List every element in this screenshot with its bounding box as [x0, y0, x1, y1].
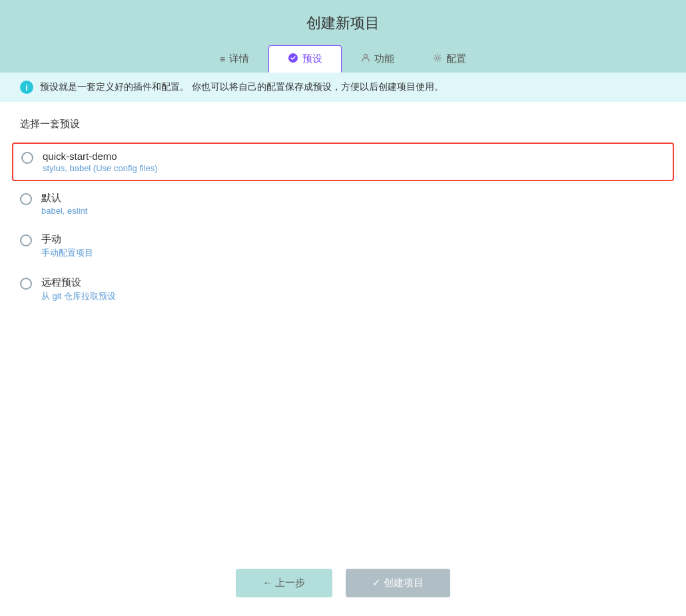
prev-button-label: ← 上一步	[262, 577, 305, 589]
create-button[interactable]: ✓ 创建项目	[346, 569, 450, 597]
section-label: 选择一套预设	[20, 118, 666, 131]
option-texts-default: 默认 babel, eslint	[41, 192, 87, 216]
preset-option-quick-start[interactable]: quick-start-demo stylus, babel (Use conf…	[12, 143, 674, 181]
info-icon: i	[20, 81, 33, 94]
prev-button[interactable]: ← 上一步	[236, 569, 332, 597]
radio-remote[interactable]	[20, 278, 32, 290]
list-icon: ≡	[220, 54, 225, 65]
page-header: 创建新项目 ≡ 详情 预设 功能	[0, 0, 686, 73]
option-desc-manual: 手动配置项目	[41, 247, 93, 259]
tabs-bar: ≡ 详情 预设 功能	[200, 45, 486, 73]
option-name-manual: 手动	[41, 233, 93, 246]
check-circle-icon	[288, 53, 298, 65]
tab-features-label: 功能	[374, 53, 394, 65]
option-name-remote: 远程预设	[41, 276, 116, 289]
option-name-quick-start: quick-start-demo	[43, 151, 158, 162]
option-name-default: 默认	[41, 192, 87, 204]
tab-details[interactable]: ≡ 详情	[200, 45, 268, 73]
radio-default[interactable]	[20, 193, 32, 205]
radio-quick-start[interactable]	[21, 152, 33, 164]
create-button-label: ✓ 创建项目	[372, 577, 424, 589]
option-texts-manual: 手动 手动配置项目	[41, 233, 93, 259]
option-texts-quick-start: quick-start-demo stylus, babel (Use conf…	[43, 151, 158, 173]
gear-icon	[433, 53, 442, 65]
info-banner: i 预设就是一套定义好的插件和配置。 你也可以将自己的配置保存成预设，方便以后创…	[0, 73, 686, 102]
option-texts-remote: 远程预设 从 git 仓库拉取预设	[41, 276, 116, 302]
svg-point-1	[364, 55, 368, 58]
preset-option-manual[interactable]: 手动 手动配置项目	[20, 226, 666, 266]
preset-option-default[interactable]: 默认 babel, eslint	[20, 185, 666, 222]
option-desc-default: babel, eslint	[41, 206, 87, 216]
tab-preset-label: 预设	[302, 53, 322, 65]
tab-preset[interactable]: 预设	[268, 45, 342, 73]
main-content: i 预设就是一套定义好的插件和配置。 你也可以将自己的配置保存成预设，方便以后创…	[0, 73, 686, 555]
tab-config[interactable]: 配置	[414, 45, 486, 73]
tab-config-label: 配置	[446, 53, 466, 65]
option-desc-quick-start: stylus, babel (Use config files)	[43, 163, 158, 173]
svg-point-2	[436, 57, 439, 59]
option-desc-remote: 从 git 仓库拉取预设	[41, 290, 116, 302]
info-banner-text: 预设就是一套定义好的插件和配置。 你也可以将自己的配置保存成预设，方便以后创建项…	[40, 81, 444, 93]
preset-option-remote[interactable]: 远程预设 从 git 仓库拉取预设	[20, 270, 666, 309]
preset-section: 选择一套预设 quick-start-demo stylus, babel (U…	[0, 102, 686, 555]
footer: ← 上一步 ✓ 创建项目	[0, 555, 686, 616]
person-icon	[361, 53, 370, 65]
radio-manual[interactable]	[20, 234, 32, 246]
tab-features[interactable]: 功能	[342, 45, 414, 73]
tab-details-label: 详情	[229, 53, 249, 65]
page-title: 创建新项目	[306, 13, 380, 33]
